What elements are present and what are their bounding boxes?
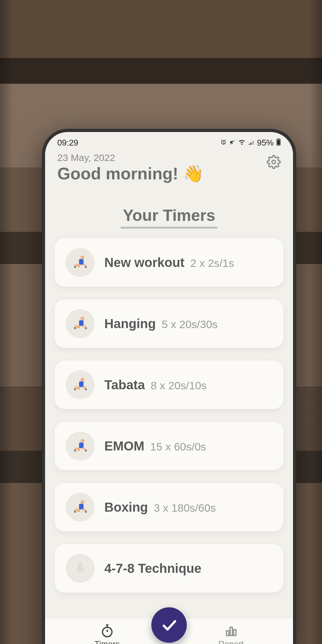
svg-point-31 [85,450,87,452]
svg-rect-8 [82,264,86,266]
battery-icon [276,138,281,147]
app-header: 23 May, 2022 Good morning! 👋 [45,149,293,184]
timer-name: Hanging [104,317,156,331]
workout-icon [66,554,95,583]
fab-confirm[interactable] [151,607,187,643]
svg-point-25 [80,439,84,443]
timer-name: 4-7-8 Technique [104,561,202,576]
svg-rect-12 [79,320,84,326]
timer-detail: 15 x 60s/0s [150,440,206,453]
svg-point-23 [74,388,76,391]
svg-point-18 [80,378,84,382]
workout-icon [66,431,95,460]
nav-timers-label: Timers [94,639,119,644]
timer-name: New workout [104,255,185,270]
wifi-icon [238,138,245,147]
svg-rect-34 [77,511,80,512]
svg-rect-19 [79,382,84,387]
svg-point-40 [102,627,112,637]
bar-chart-icon [224,624,238,638]
timer-name: Boxing [104,500,148,515]
gear-icon [267,155,281,169]
svg-rect-20 [77,388,80,390]
svg-rect-15 [82,325,86,327]
timer-detail: 5 x 20s/30s [162,318,218,331]
svg-point-38 [85,511,87,513]
timer-card[interactable]: Boxing 3 x 180s/60s [55,483,283,531]
signal-icon [248,138,254,147]
svg-point-17 [85,327,87,329]
svg-rect-36 [82,509,86,510]
svg-point-10 [85,266,87,268]
svg-rect-41 [226,631,229,636]
timer-card[interactable]: EMOM 15 x 60s/0s [55,422,283,470]
svg-point-9 [74,266,76,268]
timer-detail: 3 x 180s/60s [154,502,216,514]
phone-frame: 09:29 95% 2 [42,129,296,644]
svg-rect-29 [82,448,86,449]
svg-rect-26 [79,443,84,449]
header-date: 23 May, 2022 [57,152,281,163]
header-greeting: Good morning! 👋 [57,164,281,184]
svg-rect-33 [79,504,84,510]
svg-point-16 [74,327,76,329]
status-bar: 09:29 95% [45,132,293,149]
svg-rect-13 [77,327,80,328]
svg-point-3 [272,160,276,164]
nav-report[interactable]: Report [169,619,293,644]
workout-icon [66,370,95,399]
svg-rect-7 [75,264,80,266]
section-title-wrap: Your Timers [45,206,293,229]
svg-point-30 [74,450,76,452]
svg-point-37 [74,511,76,513]
svg-rect-27 [77,450,80,451]
timer-card[interactable]: 4-7-8 Technique [55,544,283,592]
battery-percent: 95% [257,138,274,148]
svg-point-32 [80,500,84,504]
svg-rect-35 [75,509,80,510]
svg-point-4 [80,255,84,259]
nav-report-label: Report [218,639,243,644]
status-time: 09:29 [57,138,78,148]
nav-timers[interactable]: Timers [45,619,169,644]
svg-rect-28 [75,448,80,449]
workout-icon [66,309,95,338]
timer-detail: 2 x 2s/1s [190,257,234,270]
phone-screen: 09:29 95% 2 [45,132,293,644]
timer-detail: 8 x 20s/10s [151,379,207,392]
svg-rect-14 [75,325,80,327]
timer-card[interactable]: New workout 2 x 2s/1s [55,238,283,287]
workout-icon [66,493,95,522]
svg-rect-1 [278,138,279,139]
stopwatch-icon [100,624,114,638]
timer-list[interactable]: New workout 2 x 2s/1s Hanging 5 x 20s/30… [45,229,293,644]
timer-card[interactable]: Hanging 5 x 20s/30s [55,299,283,348]
svg-rect-2 [277,140,280,145]
svg-rect-5 [79,259,84,265]
section-title: Your Timers [121,206,217,229]
svg-rect-22 [82,386,86,388]
svg-point-24 [85,388,87,391]
settings-button[interactable] [267,155,281,169]
svg-point-39 [78,562,82,567]
svg-rect-42 [230,627,232,636]
svg-rect-43 [233,630,236,635]
svg-rect-6 [77,266,80,267]
alarm-icon [220,138,227,147]
timer-name: Tabata [104,378,145,392]
timer-card[interactable]: Tabata 8 x 20s/10s [55,361,283,409]
workout-icon [66,248,95,277]
status-indicators: 95% [220,138,281,148]
check-icon [160,616,178,634]
timer-name: EMOM [104,439,144,453]
svg-rect-21 [75,386,80,388]
svg-point-11 [80,317,84,320]
mute-icon [229,138,236,147]
